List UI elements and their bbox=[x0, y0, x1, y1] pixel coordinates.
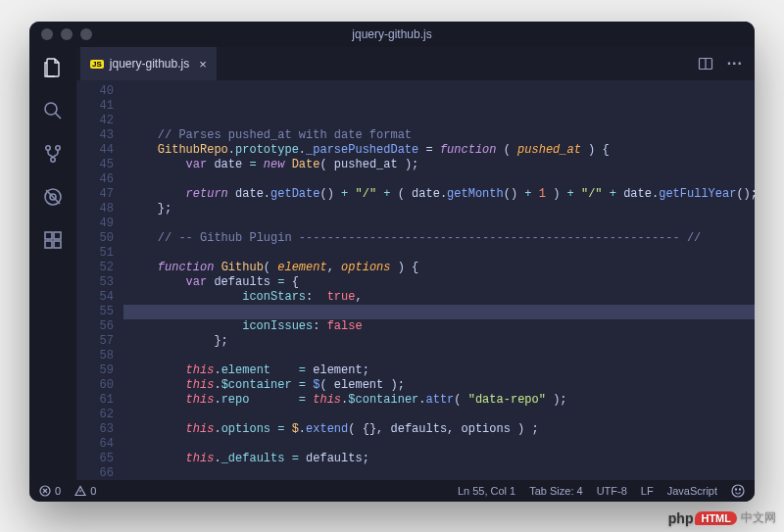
line-number: 64 bbox=[76, 437, 114, 452]
line-number-gutter: 4041424344454647484950515253545556575859… bbox=[76, 80, 123, 480]
code-line[interactable] bbox=[129, 349, 755, 363]
code-line[interactable]: return date.getDate() + "/" + ( date.get… bbox=[129, 187, 755, 202]
line-number: 42 bbox=[76, 114, 114, 128]
line-number: 60 bbox=[76, 378, 114, 393]
status-cursor[interactable]: Ln 55, Col 1 bbox=[458, 485, 515, 497]
code-line[interactable]: iconIssues: false bbox=[129, 319, 755, 334]
error-count: 0 bbox=[55, 485, 61, 497]
code-line[interactable]: GithubRepo.prototype._parsePushedDate = … bbox=[129, 143, 755, 158]
svg-point-12 bbox=[732, 485, 744, 497]
status-feedback-icon[interactable] bbox=[731, 484, 745, 498]
line-number: 59 bbox=[76, 363, 114, 378]
svg-point-3 bbox=[51, 158, 55, 162]
line-number: 43 bbox=[76, 128, 114, 143]
line-number: 56 bbox=[76, 319, 114, 334]
code-line[interactable] bbox=[129, 246, 755, 261]
code-line[interactable]: var date = new Date( pushed_at ); bbox=[129, 158, 755, 172]
line-number: 66 bbox=[76, 466, 114, 480]
explorer-icon[interactable] bbox=[40, 55, 66, 80]
code-line[interactable]: this.options = $.extend( {}, defaults, o… bbox=[129, 422, 755, 437]
code-line[interactable] bbox=[129, 408, 755, 422]
watermark-cn: 中文网 bbox=[741, 509, 776, 526]
status-eol[interactable]: LF bbox=[641, 485, 654, 497]
code-line[interactable]: // -- Github Plugin --------------------… bbox=[129, 231, 755, 246]
code-line[interactable]: this._defaults = defaults; bbox=[129, 452, 755, 466]
code-line[interactable]: this.$container = $( element ); bbox=[129, 378, 755, 393]
debug-icon[interactable] bbox=[40, 184, 66, 210]
maximize-window-button[interactable] bbox=[80, 28, 92, 40]
more-actions-icon[interactable]: ··· bbox=[727, 55, 743, 73]
editor-area: JS jquery-github.js × ··· 40414243444546… bbox=[76, 47, 755, 480]
tab-actions: ··· bbox=[698, 47, 755, 80]
error-icon bbox=[39, 485, 51, 497]
line-number: 49 bbox=[76, 217, 114, 231]
window-body: JS jquery-github.js × ··· 40414243444546… bbox=[29, 47, 755, 480]
extensions-icon[interactable] bbox=[40, 227, 66, 253]
titlebar[interactable]: jquery-github.js bbox=[29, 22, 755, 47]
warning-count: 0 bbox=[90, 485, 96, 497]
warning-icon bbox=[74, 485, 86, 497]
code-line[interactable] bbox=[129, 437, 755, 452]
tab-close-icon[interactable]: × bbox=[199, 57, 207, 72]
code-line[interactable] bbox=[129, 172, 755, 187]
current-line-highlight bbox=[123, 305, 755, 319]
line-number: 40 bbox=[76, 84, 114, 99]
code-line[interactable]: }; bbox=[129, 202, 755, 217]
line-number: 51 bbox=[76, 246, 114, 261]
line-number: 53 bbox=[76, 275, 114, 290]
minimize-window-button[interactable] bbox=[61, 28, 73, 40]
line-number: 46 bbox=[76, 172, 114, 187]
line-number: 57 bbox=[76, 334, 114, 349]
status-errors[interactable]: 0 bbox=[39, 485, 61, 497]
line-number: 47 bbox=[76, 187, 114, 202]
code-line[interactable]: this.element = element; bbox=[129, 363, 755, 378]
svg-point-1 bbox=[46, 146, 50, 150]
status-language[interactable]: JavaScript bbox=[667, 485, 717, 497]
code-line[interactable]: // Parses pushed_at with date format bbox=[129, 128, 755, 143]
line-number: 61 bbox=[76, 393, 114, 408]
svg-point-14 bbox=[739, 489, 740, 490]
status-encoding[interactable]: UTF-8 bbox=[597, 485, 627, 497]
watermark-text: php bbox=[668, 510, 694, 526]
tab-bar: JS jquery-github.js × ··· bbox=[76, 47, 755, 80]
svg-rect-9 bbox=[54, 232, 61, 239]
tab-jquery-github[interactable]: JS jquery-github.js × bbox=[80, 47, 218, 80]
code-editor[interactable]: 4041424344454647484950515253545556575859… bbox=[76, 80, 755, 480]
svg-point-2 bbox=[56, 146, 60, 150]
js-file-icon: JS bbox=[90, 60, 104, 69]
code-line[interactable]: var defaults = { bbox=[129, 275, 755, 290]
status-tabsize[interactable]: Tab Size: 4 bbox=[529, 485, 582, 497]
line-number: 48 bbox=[76, 202, 114, 217]
watermark: php HTML 中文网 bbox=[668, 509, 776, 526]
window-controls bbox=[29, 28, 92, 40]
line-number: 65 bbox=[76, 452, 114, 466]
line-number: 45 bbox=[76, 158, 114, 172]
line-number: 52 bbox=[76, 261, 114, 275]
line-number: 63 bbox=[76, 422, 114, 437]
watermark-bubble: HTML bbox=[695, 511, 737, 525]
line-number: 41 bbox=[76, 99, 114, 114]
code-line[interactable]: iconStars: true, bbox=[129, 290, 755, 305]
svg-rect-6 bbox=[45, 232, 52, 239]
status-bar: 0 0 Ln 55, Col 1 Tab Size: 4 UTF-8 LF Ja… bbox=[29, 480, 755, 502]
split-editor-icon[interactable] bbox=[698, 56, 713, 72]
window-title: jquery-github.js bbox=[29, 27, 755, 41]
tab-filename: jquery-github.js bbox=[110, 57, 189, 71]
code-line[interactable]: }; bbox=[129, 334, 755, 349]
line-number: 44 bbox=[76, 143, 114, 158]
svg-point-13 bbox=[735, 489, 736, 490]
code-line[interactable]: this.repo = this.$container.attr( "data-… bbox=[129, 393, 755, 408]
status-warnings[interactable]: 0 bbox=[74, 485, 96, 497]
svg-point-0 bbox=[45, 103, 57, 115]
code-line[interactable] bbox=[129, 217, 755, 231]
code-line[interactable]: function Github( element, options ) { bbox=[129, 261, 755, 275]
code-line[interactable] bbox=[129, 466, 755, 480]
code-content[interactable]: // Parses pushed_at with date format Git… bbox=[123, 80, 755, 480]
close-window-button[interactable] bbox=[41, 28, 53, 40]
search-icon[interactable] bbox=[40, 98, 66, 123]
line-number: 54 bbox=[76, 290, 114, 305]
line-number: 62 bbox=[76, 408, 114, 422]
source-control-icon[interactable] bbox=[40, 141, 66, 167]
line-number: 58 bbox=[76, 349, 114, 363]
activity-bar bbox=[29, 47, 76, 480]
